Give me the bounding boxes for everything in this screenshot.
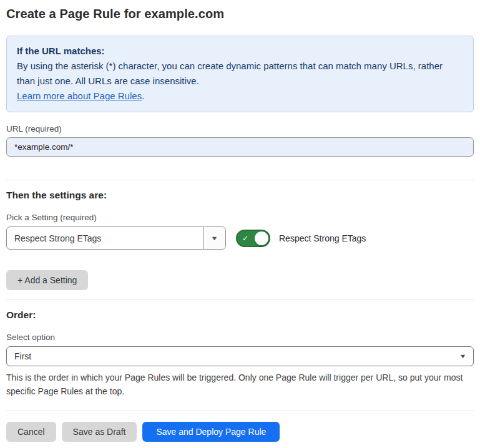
link-period: .: [142, 90, 144, 101]
section-divider: [6, 180, 474, 180]
order-dropdown[interactable]: First ▼: [6, 346, 474, 366]
add-setting-button[interactable]: + Add a Setting: [6, 270, 88, 290]
info-box-heading: If the URL matches:: [17, 44, 463, 59]
order-select-label: Select option: [6, 333, 474, 342]
section-divider: [6, 299, 474, 300]
url-field-label: URL (required): [6, 124, 474, 134]
footer-divider: [6, 411, 474, 411]
info-box-body: By using the asterisk (*) character, you…: [17, 59, 463, 89]
setting-dropdown-caret-button[interactable]: ▼: [203, 227, 225, 249]
setting-toggle-label: Respect Strong ETags: [279, 233, 366, 243]
cancel-button[interactable]: Cancel: [6, 422, 56, 442]
save-deploy-button[interactable]: Save and Deploy Page Rule: [142, 422, 280, 442]
create-page-rule-panel: Create a Page Rule for example.com If th…: [0, 7, 480, 442]
settings-section-heading: Then the settings are:: [6, 190, 474, 201]
learn-more-link[interactable]: Learn more about Page Rules: [17, 90, 142, 101]
save-draft-button[interactable]: Save as Draft: [62, 422, 137, 442]
order-help-text: This is the order in which your Page Rul…: [6, 371, 474, 398]
toggle-knob: [255, 231, 268, 245]
check-icon: ✓: [242, 234, 248, 243]
setting-row: Respect Strong ETags ▼ ✓ Respect Strong …: [6, 226, 474, 250]
page-title: Create a Page Rule for example.com: [6, 7, 474, 21]
chevron-down-icon: ▼: [210, 235, 218, 241]
pick-setting-label: Pick a Setting (required): [6, 213, 474, 222]
chevron-down-icon: ▼: [459, 353, 467, 359]
order-dropdown-value: First: [14, 351, 31, 361]
url-match-info-box: If the URL matches: By using the asteris…: [6, 36, 474, 112]
setting-dropdown[interactable]: Respect Strong ETags ▼: [6, 226, 226, 250]
setting-dropdown-value: Respect Strong ETags: [7, 233, 203, 243]
footer-actions: Cancel Save as Draft Save and Deploy Pag…: [6, 422, 474, 442]
order-section-heading: Order:: [6, 309, 474, 321]
info-box-link-line: Learn more about Page Rules.: [17, 89, 463, 104]
url-input[interactable]: [6, 137, 474, 157]
setting-toggle[interactable]: ✓: [236, 230, 270, 247]
